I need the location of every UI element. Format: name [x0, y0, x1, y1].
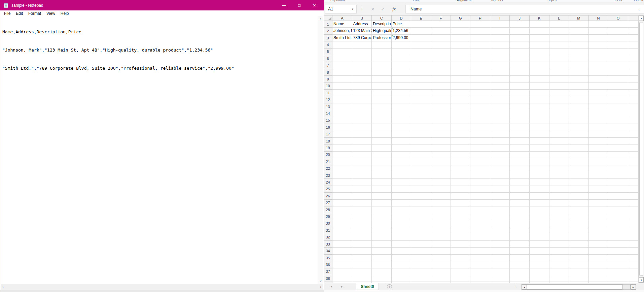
- cell-I23[interactable]: [490, 172, 510, 179]
- cell-D17[interactable]: [392, 131, 412, 138]
- cell-M12[interactable]: [569, 96, 589, 103]
- cell-J1[interactable]: [510, 21, 530, 28]
- row-header-22[interactable]: 22: [324, 165, 332, 172]
- cell-C26[interactable]: [372, 193, 392, 199]
- cell-F33[interactable]: [431, 241, 451, 248]
- cell-I4[interactable]: [490, 41, 510, 48]
- cell-O33[interactable]: [608, 241, 628, 248]
- cell-O14[interactable]: [608, 110, 628, 117]
- cell-H36[interactable]: [470, 261, 490, 268]
- cell-partial-24[interactable]: [628, 179, 638, 186]
- cell-I16[interactable]: [490, 124, 510, 131]
- cell-K20[interactable]: [530, 152, 549, 158]
- cell-N25[interactable]: [589, 186, 609, 193]
- cell-E36[interactable]: [411, 261, 431, 268]
- cell-J11[interactable]: [510, 90, 530, 96]
- cell-B22[interactable]: [352, 165, 372, 172]
- scroll-right-icon[interactable]: ›: [320, 284, 321, 289]
- cell-J38[interactable]: [510, 275, 530, 282]
- cell-A17[interactable]: [332, 131, 352, 138]
- cell-D8[interactable]: [392, 69, 412, 76]
- menu-file[interactable]: File: [1, 11, 13, 16]
- cell-K38[interactable]: [530, 275, 549, 282]
- cell-N10[interactable]: [589, 83, 609, 90]
- cell-G37[interactable]: [451, 268, 471, 275]
- cell-J24[interactable]: [510, 179, 530, 186]
- cell-C33[interactable]: [372, 241, 392, 248]
- cell-F3[interactable]: [431, 35, 451, 41]
- column-header-L[interactable]: L: [549, 15, 569, 21]
- cell-G12[interactable]: [451, 96, 471, 103]
- cell-L36[interactable]: [549, 261, 569, 268]
- cell-L16[interactable]: [549, 124, 569, 131]
- row-header-30[interactable]: 30: [324, 220, 332, 227]
- row-header-31[interactable]: 31: [324, 227, 332, 234]
- cell-B29[interactable]: [352, 213, 372, 220]
- cell-E6[interactable]: [411, 55, 431, 62]
- cell-D1[interactable]: Price: [392, 21, 412, 28]
- cell-D33[interactable]: [392, 241, 412, 248]
- cell-G30[interactable]: [451, 220, 471, 227]
- cell-G13[interactable]: [451, 103, 471, 110]
- cell-N33[interactable]: [589, 241, 609, 248]
- cell-N16[interactable]: [589, 124, 609, 131]
- row-header-34[interactable]: 34: [324, 248, 332, 254]
- row-header-10[interactable]: 10: [324, 83, 332, 90]
- cell-N22[interactable]: [589, 165, 609, 172]
- column-header-H[interactable]: H: [470, 15, 490, 21]
- cell-G15[interactable]: [451, 117, 471, 124]
- row-header-7[interactable]: 7: [324, 62, 332, 69]
- cell-O12[interactable]: [608, 96, 628, 103]
- cell-partial-7[interactable]: [628, 62, 638, 69]
- cell-D29[interactable]: [392, 213, 412, 220]
- cell-D18[interactable]: [392, 138, 412, 144]
- cell-I12[interactable]: [490, 96, 510, 103]
- cell-partial-26[interactable]: [628, 193, 638, 199]
- cell-K37[interactable]: [530, 268, 549, 275]
- cell-E34[interactable]: [411, 248, 431, 254]
- cell-M5[interactable]: [569, 48, 589, 55]
- cell-H12[interactable]: [470, 96, 490, 103]
- cell-B28[interactable]: [352, 206, 372, 213]
- cell-A24[interactable]: [332, 179, 352, 186]
- cell-D4[interactable]: [392, 41, 412, 48]
- row-header-11[interactable]: 11: [324, 90, 332, 96]
- cell-G11[interactable]: [451, 90, 471, 96]
- cell-partial-30[interactable]: [628, 220, 638, 227]
- row-header-16[interactable]: 16: [324, 124, 332, 131]
- cell-I7[interactable]: [490, 62, 510, 69]
- column-header-J[interactable]: J: [510, 15, 530, 21]
- add-sheet-button[interactable]: +: [387, 284, 392, 289]
- cell-L17[interactable]: [549, 131, 569, 138]
- cell-H1[interactable]: [470, 21, 490, 28]
- cell-I6[interactable]: [490, 55, 510, 62]
- cell-H4[interactable]: [470, 41, 490, 48]
- cell-C2[interactable]: High-quality, durable product: [372, 28, 392, 34]
- cell-D11[interactable]: [392, 90, 412, 96]
- cell-C4[interactable]: [372, 41, 392, 48]
- cell-I1[interactable]: [490, 21, 510, 28]
- cell-partial-34[interactable]: [628, 248, 638, 254]
- cell-F4[interactable]: [431, 41, 451, 48]
- cell-G34[interactable]: [451, 248, 471, 254]
- cell-D6[interactable]: [392, 55, 412, 62]
- cell-A34[interactable]: [332, 248, 352, 254]
- scroll-down-icon[interactable]: ▼: [639, 277, 644, 283]
- cell-M6[interactable]: [569, 55, 589, 62]
- cell-partial-36[interactable]: [628, 261, 638, 268]
- cell-D9[interactable]: [392, 76, 412, 83]
- cell-F16[interactable]: [431, 124, 451, 131]
- cell-A10[interactable]: [332, 83, 352, 90]
- cell-M35[interactable]: [569, 255, 589, 261]
- cell-F32[interactable]: [431, 234, 451, 241]
- cell-O21[interactable]: [608, 158, 628, 165]
- cell-F27[interactable]: [431, 200, 451, 206]
- cell-A6[interactable]: [332, 55, 352, 62]
- cell-partial-22[interactable]: [628, 165, 638, 172]
- cell-M3[interactable]: [569, 35, 589, 41]
- cell-K29[interactable]: [530, 213, 549, 220]
- cell-G29[interactable]: [451, 213, 471, 220]
- cell-E28[interactable]: [411, 206, 431, 213]
- cell-H35[interactable]: [470, 255, 490, 261]
- cell-I13[interactable]: [490, 103, 510, 110]
